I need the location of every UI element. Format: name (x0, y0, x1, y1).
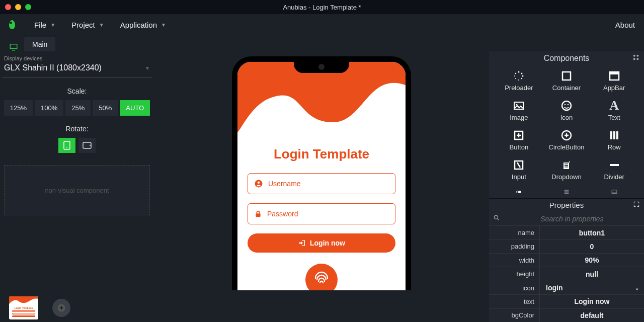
svg-rect-41 (565, 165, 568, 166)
menu-application[interactable]: Application▼ (113, 18, 173, 32)
prop-text-label: text (489, 295, 539, 308)
scale-125-button[interactable]: 125% (4, 100, 33, 116)
display-devices-label: Display devices (2, 55, 152, 61)
fingerprint-icon (312, 271, 331, 289)
svg-point-7 (258, 182, 260, 184)
svg-point-27 (565, 104, 566, 106)
prop-icon-value[interactable]: login⌄ (539, 281, 644, 294)
svg-rect-37 (616, 131, 618, 139)
password-input[interactable]: Password (248, 203, 395, 224)
properties-search-input[interactable] (504, 215, 640, 223)
comp-circlebutton[interactable]: CircleButton (543, 127, 591, 155)
svg-rect-43 (610, 164, 619, 166)
comp-preloader[interactable]: Preloader (495, 68, 543, 96)
svg-point-17 (518, 79, 519, 80)
container-icon (560, 70, 573, 82)
rotate-label: Rotate: (2, 125, 152, 133)
page-thumbnails: ✕ Login Template (0, 294, 489, 322)
comp-appbar[interactable]: AppBar (590, 68, 638, 96)
add-page-button[interactable] (52, 299, 70, 317)
maximize-window-button[interactable] (25, 4, 31, 10)
scale-25-button[interactable]: 25% (65, 100, 91, 116)
comp-text[interactable]: AText (590, 98, 638, 125)
svg-rect-0 (10, 44, 17, 49)
prop-padding-value[interactable]: 0 (539, 240, 644, 253)
components-settings-icon[interactable] (632, 53, 640, 63)
comp-toggle[interactable]: Toggle (495, 187, 543, 198)
page-thumbnail[interactable]: ✕ Login Template (9, 296, 38, 319)
components-header: Components (489, 51, 644, 65)
comp-image[interactable]: Image (495, 98, 543, 125)
comp-nav[interactable]: Nav (590, 187, 638, 198)
prop-text-value[interactable]: Login now (539, 295, 644, 308)
scale-50-button[interactable]: 50% (93, 100, 118, 116)
svg-line-39 (517, 163, 520, 168)
traffic-lights (5, 4, 31, 10)
svg-point-10 (636, 55, 638, 57)
comp-container[interactable]: Container (543, 68, 591, 96)
prop-bgcolor-value[interactable]: default (539, 309, 644, 322)
login-title[interactable]: Login Template (274, 146, 369, 162)
search-icon (493, 214, 500, 223)
image-icon (513, 100, 525, 112)
svg-rect-42 (565, 167, 568, 168)
chevron-down-icon: ▼ (161, 22, 166, 28)
close-window-button[interactable] (5, 4, 11, 10)
svg-rect-21 (562, 72, 571, 80)
svg-point-9 (633, 55, 635, 57)
svg-rect-50 (612, 193, 617, 194)
comp-icon[interactable]: Icon (543, 98, 591, 125)
device-select[interactable]: GLX Shahin II (1080x2340) ▼ (2, 61, 152, 78)
svg-point-26 (562, 101, 571, 110)
minimize-window-button[interactable] (15, 4, 21, 10)
phone-portrait-icon (63, 141, 70, 150)
menu-about[interactable]: About (612, 18, 638, 32)
rotate-portrait-button[interactable] (58, 138, 75, 153)
svg-point-16 (521, 78, 522, 79)
components-grid: Preloader Container AppBar Image Icon AT… (489, 65, 644, 198)
prop-width-value[interactable]: 90% (539, 254, 644, 267)
svg-point-20 (515, 73, 516, 74)
divider-icon (608, 159, 620, 171)
input-icon (513, 159, 525, 171)
comp-input[interactable]: Input (495, 157, 543, 185)
comp-column[interactable]: Column (543, 187, 591, 198)
login-button[interactable]: Login now (248, 233, 395, 253)
dropdown-icon (560, 159, 573, 171)
prop-name-value[interactable]: button1 (539, 226, 644, 239)
row-icon (608, 129, 620, 141)
titlebar: Anubias - Login Template * (0, 0, 644, 14)
svg-point-51 (494, 216, 498, 219)
svg-rect-40 (565, 164, 568, 165)
comp-row[interactable]: Row (590, 127, 638, 155)
scale-auto-button[interactable]: AUTO (120, 100, 150, 116)
text-icon: A (609, 100, 619, 112)
tab-main[interactable]: Main (24, 37, 55, 51)
prop-height-value[interactable]: null (539, 267, 644, 280)
rotate-landscape-button[interactable] (78, 138, 96, 153)
comp-button[interactable]: Button (495, 127, 543, 155)
nonvisual-dropzone[interactable]: non-visual component (4, 165, 150, 215)
properties-header: Properties (489, 198, 644, 212)
svg-point-15 (522, 75, 524, 77)
prop-icon-label: icon (489, 281, 539, 294)
menu-file[interactable]: File▼ (27, 18, 62, 32)
preloader-icon (513, 70, 525, 82)
scale-100-button[interactable]: 100% (35, 100, 63, 116)
comp-divider[interactable]: Divider (590, 157, 638, 185)
prop-name-label: name (489, 226, 539, 239)
expand-icon[interactable] (633, 201, 640, 209)
fingerprint-button[interactable] (305, 264, 338, 290)
svg-point-13 (518, 71, 520, 73)
prop-padding-label: padding (489, 240, 539, 253)
menu-project[interactable]: Project▼ (64, 18, 111, 32)
username-input[interactable]: Username (248, 173, 395, 194)
menubar: File▼ Project▼ Application▼ About (0, 14, 644, 36)
right-panel: Components Preloader Container AppBar Im… (489, 51, 644, 322)
comp-dropdown[interactable]: Dropdown (543, 157, 591, 185)
chevron-down-icon: ▼ (50, 22, 55, 28)
column-icon (560, 189, 573, 195)
close-icon[interactable]: ✕ (9, 296, 12, 302)
canvas-area[interactable]: Login Template Username Password Login n… (154, 51, 489, 322)
svg-point-45 (517, 191, 519, 193)
